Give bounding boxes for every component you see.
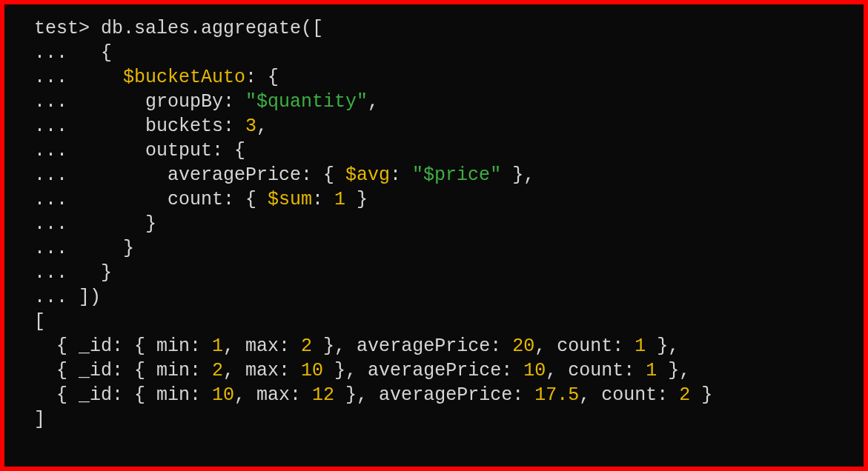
- continuation-prompt: ...: [34, 140, 67, 161]
- code-line: : {: [245, 67, 279, 88]
- code-line: ,: [368, 91, 379, 113]
- result-row: { _id: { min:: [34, 360, 212, 381]
- continuation-prompt: ...: [34, 116, 67, 137]
- code-line: }: [67, 213, 156, 235]
- result-row: { _id: { min:: [34, 335, 212, 357]
- result-number: 2: [212, 360, 223, 381]
- operator-sum: $sum: [268, 189, 312, 210]
- terminal-window[interactable]: test> db.sales.aggregate([ ... { ... $bu…: [4, 4, 864, 467]
- continuation-prompt: ...: [34, 262, 67, 284]
- continuation-prompt: ...: [34, 287, 67, 308]
- result-number: 2: [679, 384, 690, 406]
- code-line: }: [345, 189, 368, 210]
- code-line: averagePrice: {: [67, 164, 345, 186]
- result-number: 1: [646, 360, 657, 381]
- result-number: 10: [523, 360, 546, 381]
- result-number: 17.5: [534, 384, 579, 406]
- continuation-prompt: ...: [34, 67, 67, 88]
- code-line: ]): [67, 287, 101, 308]
- result-row: }, averagePrice:: [312, 335, 512, 357]
- command-text: db.sales.aggregate([: [101, 18, 323, 39]
- terminal-content: test> db.sales.aggregate([ ... { ... $bu…: [34, 16, 834, 432]
- output-bracket-close: ]: [34, 409, 45, 430]
- operator-bucketauto: $bucketAuto: [123, 67, 245, 88]
- continuation-prompt: ...: [34, 238, 67, 259]
- result-row: , max:: [223, 335, 301, 357]
- code-line: :: [390, 164, 412, 186]
- code-line: }: [67, 238, 134, 259]
- number-buckets: 3: [245, 116, 256, 137]
- result-row: }, averagePrice:: [334, 384, 534, 406]
- result-row: { _id: { min:: [34, 384, 212, 406]
- code-line: groupBy:: [67, 91, 245, 113]
- result-row: },: [646, 335, 679, 357]
- code-line: },: [501, 164, 534, 186]
- code-line: buckets:: [67, 116, 245, 137]
- result-row: }: [690, 384, 712, 406]
- result-row: }, averagePrice:: [323, 360, 523, 381]
- code-line: :: [312, 189, 334, 210]
- result-number: 2: [301, 335, 312, 357]
- result-number: 10: [212, 384, 234, 406]
- result-row: , count:: [579, 384, 679, 406]
- code-line: ,: [256, 116, 268, 137]
- number-one: 1: [334, 189, 345, 210]
- result-number: 1: [212, 335, 223, 357]
- result-row: , max:: [234, 384, 312, 406]
- continuation-prompt: ...: [34, 42, 67, 64]
- code-line: {: [67, 42, 112, 64]
- result-row: },: [657, 360, 690, 381]
- string-quantity: "$quantity": [245, 91, 368, 113]
- continuation-prompt: ...: [34, 91, 67, 113]
- code-line: [67, 67, 123, 88]
- output-bracket-open: [: [34, 311, 45, 333]
- code-line: }: [67, 262, 112, 284]
- result-row: , count:: [534, 335, 635, 357]
- shell-prompt: test>: [34, 18, 90, 39]
- continuation-prompt: ...: [34, 213, 67, 235]
- code-line: output: {: [67, 140, 245, 161]
- result-number: 10: [301, 360, 323, 381]
- result-number: 12: [312, 384, 334, 406]
- result-row: , max:: [223, 360, 301, 381]
- string-price: "$price": [412, 164, 501, 186]
- result-row: , count:: [546, 360, 646, 381]
- operator-avg: $avg: [345, 164, 390, 186]
- code-line: count: {: [67, 189, 268, 210]
- continuation-prompt: ...: [34, 189, 67, 210]
- continuation-prompt: ...: [34, 164, 67, 186]
- result-number: 1: [635, 335, 646, 357]
- result-number: 20: [512, 335, 534, 357]
